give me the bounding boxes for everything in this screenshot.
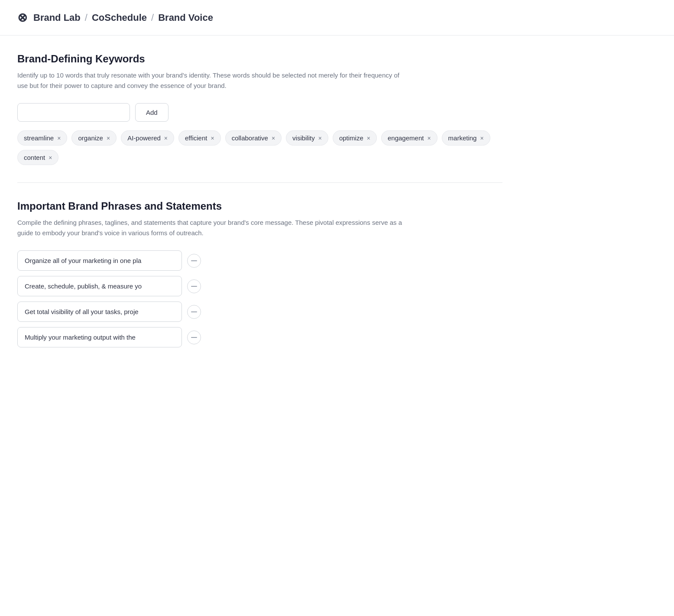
keyword-tag: marketing×	[442, 130, 490, 146]
phrase-row	[17, 327, 502, 347]
minus-icon	[191, 260, 197, 261]
minus-icon	[191, 337, 197, 338]
keyword-tag: AI-powered×	[121, 130, 174, 146]
keywords-section-description: Identify up to 10 words that truly reson…	[17, 70, 407, 91]
logo-area: ⊗ Brand Lab / CoSchedule / Brand Voice	[17, 10, 213, 25]
keyword-tag: content×	[17, 150, 58, 165]
keyword-remove-button[interactable]: ×	[49, 154, 52, 161]
keyword-label: organize	[78, 134, 103, 142]
phrase-input[interactable]	[17, 302, 182, 322]
phrase-input[interactable]	[17, 276, 182, 296]
keyword-tag: optimize×	[333, 130, 377, 146]
add-keyword-button[interactable]: Add	[135, 103, 168, 122]
phrase-input[interactable]	[17, 327, 182, 347]
breadcrumb-brand-voice[interactable]: Brand Voice	[158, 12, 213, 23]
phrase-input[interactable]	[17, 250, 182, 271]
keywords-section-title: Brand-Defining Keywords	[17, 53, 502, 65]
breadcrumb: ⊗ Brand Lab / CoSchedule / Brand Voice	[17, 10, 213, 25]
keyword-label: marketing	[448, 134, 477, 142]
keyword-label: efficient	[185, 134, 207, 142]
phrases-section-description: Compile the defining phrases, taglines, …	[17, 217, 407, 238]
keyword-label: collaborative	[232, 134, 268, 142]
phrases-section: Important Brand Phrases and Statements C…	[17, 200, 502, 347]
minus-icon	[191, 286, 197, 287]
section-divider-1	[17, 182, 502, 183]
breadcrumb-sep-2: /	[151, 12, 154, 23]
keyword-remove-button[interactable]: ×	[318, 135, 322, 142]
logo-icon: ⊗	[17, 10, 27, 25]
keyword-remove-button[interactable]: ×	[427, 135, 431, 142]
keyword-remove-button[interactable]: ×	[57, 135, 61, 142]
keyword-label: engagement	[388, 134, 424, 142]
phrases-list	[17, 250, 502, 347]
breadcrumb-brand-lab[interactable]: Brand Lab	[33, 12, 81, 23]
keyword-tag: collaborative×	[225, 130, 282, 146]
keyword-label: optimize	[339, 134, 363, 142]
keyword-label: visibility	[292, 134, 315, 142]
keyword-tag: visibility×	[286, 130, 328, 146]
phrase-remove-button[interactable]	[187, 305, 201, 319]
keyword-input-row: Add	[17, 103, 502, 122]
keywords-container: streamline×organize×AI-powered×efficient…	[17, 130, 502, 165]
keyword-tag: organize×	[71, 130, 117, 146]
phrase-remove-button[interactable]	[187, 254, 201, 268]
keyword-label: streamline	[24, 134, 54, 142]
phrase-row	[17, 276, 502, 296]
page-header: ⊗ Brand Lab / CoSchedule / Brand Voice	[0, 0, 674, 36]
keyword-input[interactable]	[17, 103, 130, 122]
keyword-label: AI-powered	[127, 134, 161, 142]
phrase-remove-button[interactable]	[187, 279, 201, 293]
keyword-remove-button[interactable]: ×	[107, 135, 110, 142]
breadcrumb-sep-1: /	[85, 12, 87, 23]
keyword-remove-button[interactable]: ×	[480, 135, 483, 142]
phrase-row	[17, 302, 502, 322]
keywords-section: Brand-Defining Keywords Identify up to 1…	[17, 53, 502, 165]
main-content: Brand-Defining Keywords Identify up to 1…	[0, 36, 520, 382]
minus-icon	[191, 311, 197, 312]
keyword-remove-button[interactable]: ×	[272, 135, 275, 142]
keyword-tag: streamline×	[17, 130, 67, 146]
keyword-remove-button[interactable]: ×	[211, 135, 214, 142]
phrase-row	[17, 250, 502, 271]
keyword-remove-button[interactable]: ×	[164, 135, 168, 142]
keyword-remove-button[interactable]: ×	[367, 135, 370, 142]
keyword-tag: efficient×	[178, 130, 221, 146]
keyword-label: content	[24, 154, 45, 161]
breadcrumb-coschedule[interactable]: CoSchedule	[92, 12, 147, 23]
keyword-tag: engagement×	[381, 130, 437, 146]
phrases-section-title: Important Brand Phrases and Statements	[17, 200, 502, 212]
phrase-remove-button[interactable]	[187, 331, 201, 344]
